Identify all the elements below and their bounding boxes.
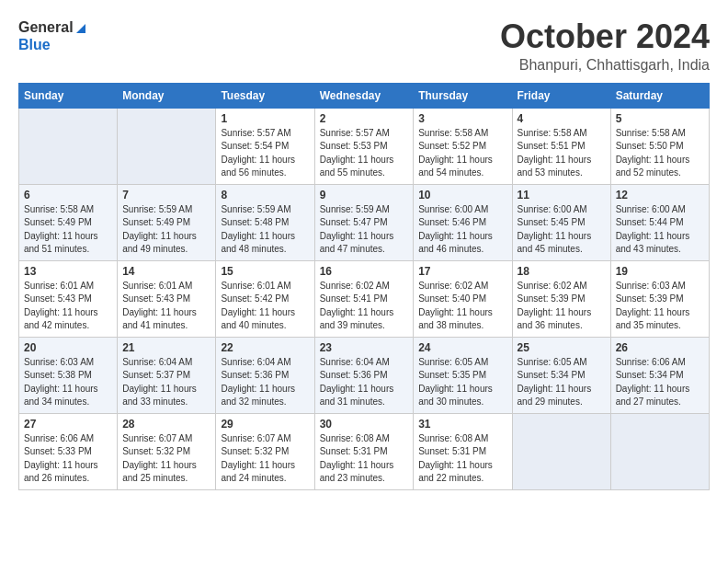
calendar-cell: 22Sunrise: 6:04 AMSunset: 5:36 PMDayligh… [216, 337, 314, 413]
calendar-cell [118, 108, 216, 184]
day-info: Sunrise: 6:06 AMSunset: 5:34 PMDaylight:… [616, 356, 704, 409]
day-info: Sunrise: 5:59 AMSunset: 5:47 PMDaylight:… [320, 203, 409, 257]
day-number: 15 [221, 265, 309, 278]
day-info: Sunrise: 6:00 AMSunset: 5:44 PMDaylight:… [616, 203, 704, 257]
day-info: Sunrise: 5:59 AMSunset: 5:48 PMDaylight:… [221, 203, 309, 257]
calendar-week-row: 13Sunrise: 6:01 AMSunset: 5:43 PMDayligh… [19, 260, 710, 337]
calendar-cell: 10Sunrise: 6:00 AMSunset: 5:46 PMDayligh… [414, 184, 512, 260]
day-info: Sunrise: 6:04 AMSunset: 5:36 PMDaylight:… [221, 356, 309, 409]
col-thursday: Thursday [414, 83, 512, 108]
col-monday: Monday [118, 83, 216, 108]
calendar-cell: 18Sunrise: 6:02 AMSunset: 5:39 PMDayligh… [512, 260, 610, 337]
calendar-cell: 4Sunrise: 5:58 AMSunset: 5:51 PMDaylight… [512, 108, 610, 184]
calendar-week-row: 6Sunrise: 5:58 AMSunset: 5:49 PMDaylight… [19, 184, 710, 260]
day-number: 19 [616, 265, 704, 278]
day-number: 11 [518, 189, 606, 201]
day-info: Sunrise: 5:58 AMSunset: 5:49 PMDaylight:… [24, 203, 112, 257]
day-info: Sunrise: 6:02 AMSunset: 5:40 PMDaylight:… [418, 280, 506, 333]
day-info: Sunrise: 6:08 AMSunset: 5:31 PMDaylight:… [320, 432, 409, 486]
calendar-cell: 7Sunrise: 5:59 AMSunset: 5:49 PMDaylight… [118, 184, 216, 260]
day-number: 8 [221, 189, 309, 201]
day-info: Sunrise: 6:02 AMSunset: 5:39 PMDaylight:… [518, 280, 606, 333]
calendar-week-row: 27Sunrise: 6:06 AMSunset: 5:33 PMDayligh… [19, 413, 710, 489]
day-number: 22 [221, 341, 309, 354]
calendar-cell: 21Sunrise: 6:04 AMSunset: 5:37 PMDayligh… [118, 337, 216, 413]
day-number: 26 [616, 341, 704, 354]
calendar-cell: 6Sunrise: 5:58 AMSunset: 5:49 PMDaylight… [19, 184, 118, 260]
day-info: Sunrise: 5:58 AMSunset: 5:50 PMDaylight:… [616, 127, 704, 180]
day-info: Sunrise: 6:02 AMSunset: 5:41 PMDaylight:… [320, 280, 409, 333]
day-number: 3 [418, 112, 506, 125]
calendar-cell: 28Sunrise: 6:07 AMSunset: 5:32 PMDayligh… [118, 413, 216, 489]
calendar-cell: 2Sunrise: 5:57 AMSunset: 5:53 PMDaylight… [314, 108, 414, 184]
calendar-cell: 15Sunrise: 6:01 AMSunset: 5:42 PMDayligh… [216, 260, 314, 337]
title-area: October 2024 Bhanpuri, Chhattisgarh, Ind… [500, 18, 710, 74]
day-number: 13 [24, 265, 112, 278]
calendar-week-row: 20Sunrise: 6:03 AMSunset: 5:38 PMDayligh… [19, 337, 710, 413]
day-number: 23 [320, 341, 409, 354]
calendar-cell: 26Sunrise: 6:06 AMSunset: 5:34 PMDayligh… [610, 337, 709, 413]
day-info: Sunrise: 5:58 AMSunset: 5:52 PMDaylight:… [418, 127, 506, 180]
calendar-cell: 23Sunrise: 6:04 AMSunset: 5:36 PMDayligh… [314, 337, 414, 413]
calendar-cell: 24Sunrise: 6:05 AMSunset: 5:35 PMDayligh… [414, 337, 512, 413]
calendar-cell: 12Sunrise: 6:00 AMSunset: 5:44 PMDayligh… [610, 184, 709, 260]
calendar-cell [512, 413, 610, 489]
day-info: Sunrise: 6:07 AMSunset: 5:32 PMDaylight:… [122, 432, 210, 486]
day-number: 4 [518, 112, 606, 125]
calendar-header-row: Sunday Monday Tuesday Wednesday Thursday… [19, 83, 710, 108]
day-number: 29 [221, 418, 309, 431]
day-info: Sunrise: 6:01 AMSunset: 5:43 PMDaylight:… [122, 280, 210, 333]
day-number: 28 [122, 418, 210, 431]
month-title: October 2024 [500, 18, 710, 55]
day-number: 7 [122, 189, 210, 201]
day-info: Sunrise: 6:06 AMSunset: 5:33 PMDaylight:… [24, 432, 112, 486]
day-number: 17 [418, 265, 506, 278]
day-number: 24 [418, 341, 506, 354]
calendar-cell: 30Sunrise: 6:08 AMSunset: 5:31 PMDayligh… [314, 413, 414, 489]
day-info: Sunrise: 6:03 AMSunset: 5:38 PMDaylight:… [24, 356, 112, 409]
calendar-cell: 5Sunrise: 5:58 AMSunset: 5:50 PMDaylight… [610, 108, 709, 184]
calendar-cell: 13Sunrise: 6:01 AMSunset: 5:43 PMDayligh… [19, 260, 118, 337]
day-number: 21 [122, 341, 210, 354]
calendar-week-row: 1Sunrise: 5:57 AMSunset: 5:54 PMDaylight… [19, 108, 710, 184]
calendar-cell: 31Sunrise: 6:08 AMSunset: 5:31 PMDayligh… [414, 413, 512, 489]
calendar-cell: 3Sunrise: 5:58 AMSunset: 5:52 PMDaylight… [414, 108, 512, 184]
calendar-cell: 27Sunrise: 6:06 AMSunset: 5:33 PMDayligh… [19, 413, 118, 489]
day-info: Sunrise: 6:00 AMSunset: 5:45 PMDaylight:… [518, 203, 606, 257]
day-info: Sunrise: 6:07 AMSunset: 5:32 PMDaylight:… [221, 432, 309, 486]
page-header: General Blue October 2024 Bhanpuri, Chha… [18, 18, 710, 74]
day-number: 25 [518, 341, 606, 354]
day-number: 14 [122, 265, 210, 278]
day-info: Sunrise: 6:03 AMSunset: 5:39 PMDaylight:… [616, 280, 704, 333]
day-number: 18 [518, 265, 606, 278]
calendar-cell: 1Sunrise: 5:57 AMSunset: 5:54 PMDaylight… [216, 108, 314, 184]
day-number: 5 [616, 112, 704, 125]
day-info: Sunrise: 6:05 AMSunset: 5:34 PMDaylight:… [518, 356, 606, 409]
calendar-cell: 20Sunrise: 6:03 AMSunset: 5:38 PMDayligh… [19, 337, 118, 413]
day-number: 9 [320, 189, 409, 201]
col-wednesday: Wednesday [314, 83, 414, 108]
day-info: Sunrise: 5:58 AMSunset: 5:51 PMDaylight:… [518, 127, 606, 180]
calendar-cell [19, 108, 118, 184]
calendar-cell: 9Sunrise: 5:59 AMSunset: 5:47 PMDaylight… [314, 184, 414, 260]
calendar-cell [610, 413, 709, 489]
day-info: Sunrise: 5:59 AMSunset: 5:49 PMDaylight:… [122, 203, 210, 257]
day-number: 2 [320, 112, 409, 125]
logo: General Blue [18, 18, 85, 53]
day-info: Sunrise: 6:01 AMSunset: 5:42 PMDaylight:… [221, 280, 309, 333]
day-number: 16 [320, 265, 409, 278]
calendar-cell: 25Sunrise: 6:05 AMSunset: 5:34 PMDayligh… [512, 337, 610, 413]
day-number: 1 [221, 112, 309, 125]
col-friday: Friday [512, 83, 610, 108]
calendar-table: Sunday Monday Tuesday Wednesday Thursday… [18, 83, 710, 490]
calendar-cell: 19Sunrise: 6:03 AMSunset: 5:39 PMDayligh… [610, 260, 709, 337]
col-tuesday: Tuesday [216, 83, 314, 108]
col-saturday: Saturday [610, 83, 709, 108]
day-info: Sunrise: 6:05 AMSunset: 5:35 PMDaylight:… [418, 356, 506, 409]
day-number: 27 [24, 418, 112, 431]
location-title: Bhanpuri, Chhattisgarh, India [500, 57, 710, 74]
day-number: 30 [320, 418, 409, 431]
col-sunday: Sunday [19, 83, 118, 108]
calendar-cell: 16Sunrise: 6:02 AMSunset: 5:41 PMDayligh… [314, 260, 414, 337]
day-number: 31 [418, 418, 506, 431]
